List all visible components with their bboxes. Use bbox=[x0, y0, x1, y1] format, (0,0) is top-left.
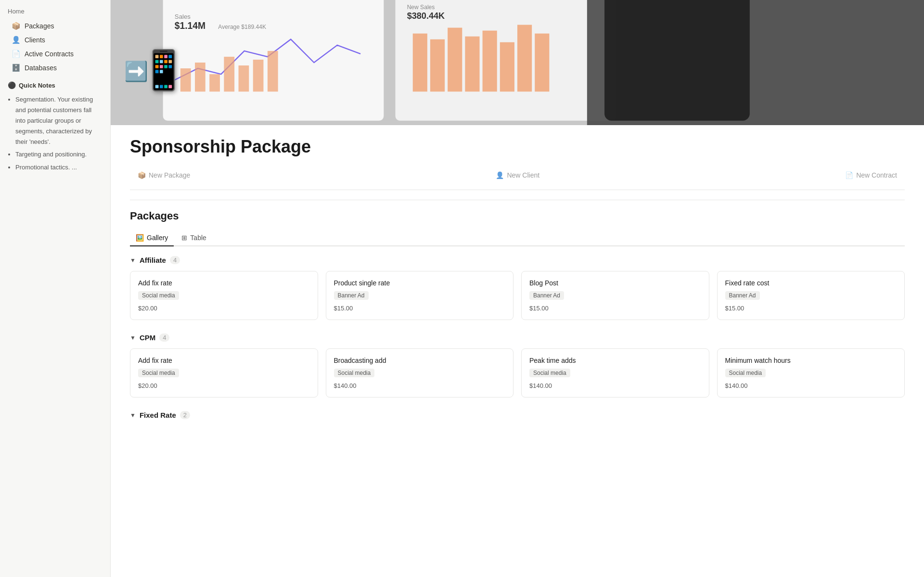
card-title: Add fix rate bbox=[138, 279, 310, 287]
group-header-fixed-rate[interactable]: ▼ Fixed Rate 2 bbox=[130, 411, 905, 419]
group-arrow-fixed-rate: ▼ bbox=[130, 412, 136, 419]
card-tag: Banner Ad bbox=[529, 291, 564, 300]
page-title: Sponsorship Package bbox=[130, 137, 905, 157]
svg-text:Sales: Sales bbox=[175, 13, 191, 20]
package-card[interactable]: Add fix rate Social media $20.00 bbox=[130, 348, 318, 397]
svg-rect-8 bbox=[224, 57, 234, 91]
quick-notes-icon: ⚫ bbox=[8, 81, 16, 89]
card-price: $140.00 bbox=[334, 382, 506, 389]
packages-icon: 📦 bbox=[12, 22, 21, 30]
group-affiliate: ▼ Affiliate 4 Add fix rate Social media … bbox=[130, 256, 905, 320]
quick-notes-header: ⚫ Quick Notes bbox=[4, 79, 106, 91]
svg-rect-21 bbox=[517, 25, 532, 92]
card-tag: Banner Ad bbox=[725, 291, 760, 300]
new-package-icon: 📦 bbox=[138, 171, 146, 179]
new-client-label: New Client bbox=[507, 171, 539, 179]
group-cpm: ▼ CPM 4 Add fix rate Social media $20.00… bbox=[130, 333, 905, 397]
sidebar-item-databases[interactable]: 🗄️Databases bbox=[4, 61, 106, 75]
gallery-tab-label: Gallery bbox=[147, 234, 168, 242]
card-price: $15.00 bbox=[529, 305, 701, 312]
sidebar-item-label: Packages bbox=[25, 22, 54, 30]
svg-rect-6 bbox=[195, 63, 205, 91]
svg-text:New Sales: New Sales bbox=[407, 4, 435, 11]
sidebar: Home 📦Packages👤Clients📄Active Contracts🗄… bbox=[0, 0, 111, 577]
group-arrow-cpm: ▼ bbox=[130, 334, 136, 341]
quick-notes-list: Segmentation. Your existing and potentia… bbox=[4, 91, 106, 176]
svg-text:$1.14M: $1.14M bbox=[175, 21, 205, 31]
package-card[interactable]: Add fix rate Social media $20.00 bbox=[130, 271, 318, 320]
tab-table[interactable]: ⊞ Table bbox=[176, 230, 212, 246]
card-price: $20.00 bbox=[138, 305, 310, 312]
new-package-button[interactable]: 📦 New Package bbox=[130, 168, 198, 182]
hero-banner: Sales $1.14M Average $189.44K New Sales … bbox=[111, 0, 924, 125]
card-tag: Social media bbox=[334, 369, 375, 377]
card-tag: Social media bbox=[725, 369, 766, 377]
package-card[interactable]: Fixed rate cost Banner Ad $15.00 bbox=[717, 271, 905, 320]
tab-gallery[interactable]: 🖼️ Gallery bbox=[130, 230, 174, 246]
svg-rect-22 bbox=[535, 34, 549, 92]
group-name-cpm: CPM bbox=[140, 333, 155, 342]
group-header-affiliate[interactable]: ▼ Affiliate 4 bbox=[130, 256, 905, 264]
svg-rect-17 bbox=[448, 28, 462, 92]
card-tag: Social media bbox=[138, 369, 179, 377]
svg-rect-18 bbox=[465, 37, 479, 92]
quick-note-item: Targeting and positioning. bbox=[15, 148, 103, 161]
cards-grid-affiliate: Add fix rate Social media $20.00 Product… bbox=[130, 271, 905, 320]
card-tag: Banner Ad bbox=[334, 291, 369, 300]
group-arrow-affiliate: ▼ bbox=[130, 257, 136, 264]
package-card[interactable]: Broadcasting add Social media $140.00 bbox=[326, 348, 514, 397]
svg-rect-11 bbox=[268, 51, 278, 92]
table-tab-label: Table bbox=[190, 234, 206, 242]
card-price: $140.00 bbox=[725, 382, 897, 389]
svg-rect-24 bbox=[604, 0, 750, 121]
new-contract-button[interactable]: 📄 New Contract bbox=[837, 168, 905, 182]
sidebar-item-label: Active Contracts bbox=[25, 50, 74, 58]
svg-rect-19 bbox=[483, 31, 497, 92]
new-contract-icon: 📄 bbox=[845, 171, 853, 179]
hero-phone: 📱 bbox=[140, 51, 188, 90]
quick-note-item: Promotional tactics. ... bbox=[15, 161, 103, 174]
package-card[interactable]: Minimum watch hours Social media $140.00 bbox=[717, 348, 905, 397]
svg-text:$380.44K: $380.44K bbox=[407, 11, 445, 21]
new-contract-label: New Contract bbox=[856, 171, 897, 179]
packages-section-title: Packages bbox=[130, 210, 905, 222]
card-title: Product single rate bbox=[334, 279, 506, 287]
clients-icon: 👤 bbox=[12, 36, 21, 44]
cards-grid-cpm: Add fix rate Social media $20.00 Broadca… bbox=[130, 348, 905, 397]
svg-text:Average $189.44K: Average $189.44K bbox=[218, 24, 266, 30]
svg-rect-7 bbox=[209, 74, 220, 91]
action-bar: 📦 New Package 👤 New Client 📄 New Contrac… bbox=[130, 168, 905, 190]
group-fixed-rate: ▼ Fixed Rate 2 bbox=[130, 411, 905, 419]
group-count-fixed-rate: 2 bbox=[180, 411, 190, 419]
package-card[interactable]: Peak time adds Social media $140.00 bbox=[521, 348, 709, 397]
databases-icon: 🗄️ bbox=[12, 64, 21, 72]
card-title: Fixed rate cost bbox=[725, 279, 897, 287]
group-name-fixed-rate: Fixed Rate bbox=[140, 411, 176, 419]
card-title: Add fix rate bbox=[138, 357, 310, 364]
card-title: Minimum watch hours bbox=[725, 357, 897, 364]
sidebar-home[interactable]: Home bbox=[0, 6, 110, 19]
card-title: Peak time adds bbox=[529, 357, 701, 364]
view-tabs: 🖼️ Gallery ⊞ Table bbox=[130, 230, 905, 246]
new-client-button[interactable]: 👤 New Client bbox=[488, 168, 547, 182]
group-count-cpm: 4 bbox=[159, 333, 169, 342]
card-tag: Social media bbox=[529, 369, 570, 377]
card-price: $140.00 bbox=[529, 382, 701, 389]
svg-rect-10 bbox=[253, 60, 264, 91]
sidebar-item-active-contracts[interactable]: 📄Active Contracts bbox=[4, 47, 106, 61]
sidebar-item-packages[interactable]: 📦Packages bbox=[4, 19, 106, 33]
package-groups: ▼ Affiliate 4 Add fix rate Social media … bbox=[130, 256, 905, 419]
package-card[interactable]: Product single rate Banner Ad $15.00 bbox=[326, 271, 514, 320]
sidebar-nav: 📦Packages👤Clients📄Active Contracts🗄️Data… bbox=[0, 19, 110, 75]
card-title: Blog Post bbox=[529, 279, 701, 287]
svg-rect-16 bbox=[430, 39, 445, 92]
sidebar-item-clients[interactable]: 👤Clients bbox=[4, 33, 106, 47]
group-header-cpm[interactable]: ▼ CPM 4 bbox=[130, 333, 905, 342]
quick-notes-label: Quick Notes bbox=[19, 82, 55, 89]
card-price: $15.00 bbox=[725, 305, 897, 312]
package-card[interactable]: Blog Post Banner Ad $15.00 bbox=[521, 271, 709, 320]
card-price: $20.00 bbox=[138, 382, 310, 389]
group-name-affiliate: Affiliate bbox=[140, 256, 166, 264]
new-client-icon: 👤 bbox=[496, 171, 504, 179]
active-contracts-icon: 📄 bbox=[12, 50, 21, 58]
